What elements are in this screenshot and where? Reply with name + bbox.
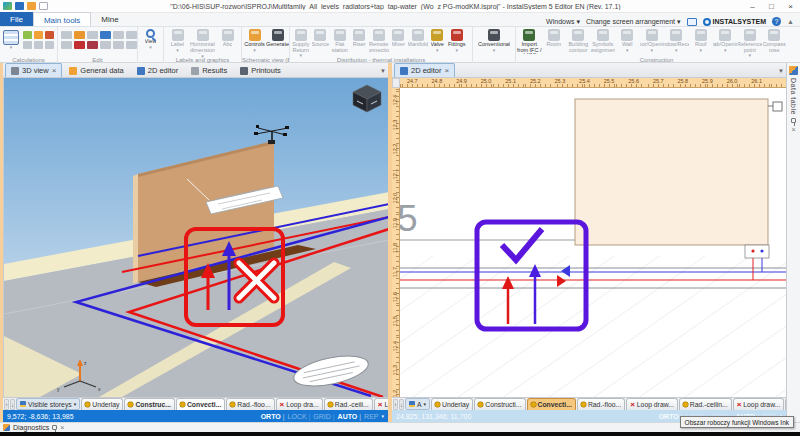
new-document-icon[interactable] [39,2,48,10]
storey-down-icon[interactable]: ↓ [10,399,15,410]
close-tab-icon[interactable]: × [444,67,449,75]
ribbon-item-view[interactable]: View ▾ [139,28,162,49]
ribbon-mini-icon[interactable] [87,41,98,49]
storey-down-icon[interactable]: ↓ [399,399,404,410]
layer-tab[interactable]: Rad.-ceili... [324,398,373,410]
ribbon-item[interactable]: Mixer ▾ [389,28,409,57]
ribbon-mini-icon[interactable] [45,41,54,49]
maximize-button[interactable]: □ [762,0,781,13]
2d-canvas[interactable]: 5 [400,88,786,397]
tab-overflow-icon[interactable]: ▼ [380,68,386,74]
ribbon-item[interactable]: Reference point ▾ [738,28,763,57]
ribbon-item[interactable]: Valve ▾ [428,28,448,57]
layer-tab[interactable]: Rad.-floo... [226,398,274,410]
document-tab[interactable]: General data × [63,63,129,77]
ribbon-item[interactable]: Generate ▾ [266,28,289,52]
ribbon-item[interactable]: Room ▾ [542,28,567,57]
ribbon-mini-icon[interactable] [61,41,72,49]
tab-mine[interactable]: Mine [91,12,128,26]
ribbon-item[interactable]: Label ▾ [165,28,190,58]
ribbon-mini-icon[interactable] [126,31,137,39]
document-tab[interactable]: 3D view × [5,63,62,77]
ribbon-mini-icon[interactable] [113,41,124,49]
layer-tab[interactable]: Constructi... [474,398,525,410]
ribbon-mini-icon[interactable] [126,41,137,49]
ribbon-mini-icon[interactable] [100,31,111,39]
ribbon-item[interactable]: Roof ▾ [689,28,714,57]
ribbon-item[interactable]: Flat station ▾ [330,28,350,57]
ribbon-item[interactable]: Compass rose ▾ [762,28,787,57]
collapse-ribbon-icon[interactable]: ▲ [787,18,794,25]
ribbon-mini-icon[interactable] [74,41,85,49]
snap-toggle[interactable]: LOCK [288,413,311,420]
ribbon-item[interactable]: Window/Recess ▾ [664,28,689,57]
layer-tab[interactable]: Construc... [124,398,175,410]
pin-icon[interactable] [52,425,57,430]
ribbon-mini-icon[interactable] [100,41,111,49]
ribbon-mini-icon[interactable] [113,31,124,39]
ribbon-item[interactable]: Door/Opening ▾ [640,28,665,57]
close-icon[interactable]: × [60,424,64,431]
ribbon-item[interactable]: Fittings ▾ [447,28,467,57]
ribbon-item[interactable]: Remote connection ▾ [369,28,389,57]
snap-toggle[interactable]: REP [364,413,378,420]
snap-toggle[interactable]: GRID [313,413,334,420]
layer-tab[interactable]: Loop dra... [276,398,323,410]
layer-tab[interactable]: Underlay [431,398,473,410]
ribbon-mini-icon[interactable] [87,31,98,39]
save-icon[interactable] [15,2,24,10]
tab-file[interactable]: File [0,12,33,26]
layer-tab[interactable]: Convecti... [176,398,225,410]
ribbon-mini-icon[interactable] [23,31,32,39]
ribbon-item[interactable]: Import from IFC / gbXML file ▾ [517,28,542,57]
layer-tab[interactable]: Underlay [81,398,123,410]
snap-toggle[interactable]: AUTO [338,413,361,420]
layer-tab[interactable]: Rad.-ceilin... [679,398,732,410]
ribbon-item-conventional[interactable]: Conventional ▾ [474,28,514,52]
visible-storeys-selector[interactable]: Visible storeys ▾ [16,398,80,410]
selection-handle[interactable] [773,102,782,111]
ribbon-item[interactable]: Supply Return ▾ [291,28,311,57]
status-menu-icon[interactable]: ▾ [381,413,384,419]
screen-arrangement-menu[interactable]: Change screen arrangement ▾ [586,18,681,26]
ribbon-item[interactable]: Source ▾ [311,28,331,57]
layer-tab[interactable]: Loop draw... [733,398,785,410]
layer-tab[interactable]: Loop draw... [626,398,678,410]
ribbon-mini-icon[interactable] [34,31,43,39]
pin-icon[interactable] [791,118,796,123]
ribbon-item[interactable]: Slab/Opening ▾ [713,28,738,57]
snap-toggle[interactable]: ORTO [261,413,285,420]
monitor-icon[interactable] [687,18,697,26]
minimize-button[interactable]: – [743,0,762,13]
ribbon-item[interactable]: Abc ▾ [215,28,240,58]
close-tab-icon[interactable]: × [52,67,57,75]
document-tab[interactable]: 2D editor × [394,63,455,77]
ribbon-mini-icon[interactable] [23,41,32,49]
windows-menu[interactable]: Windows ▾ [546,18,580,26]
ribbon-item[interactable]: Controls ▾ [243,28,266,52]
layer-tab[interactable]: Loop dra... [374,398,388,410]
connection-box[interactable] [745,245,769,258]
ribbon-mini-icon[interactable] [74,31,85,39]
tab-main-tools[interactable]: Main tools [33,12,91,26]
close-button[interactable]: × [781,0,800,13]
layer-tab[interactable]: Rad.-floo... [577,398,625,410]
3d-viewport[interactable]: zxy [3,78,388,397]
document-tab[interactable]: Printouts × [234,63,287,77]
close-icon[interactable]: × [791,126,795,133]
open-icon[interactable] [27,2,36,10]
tab-overflow-icon[interactable]: ▼ [778,68,784,74]
ribbon-item[interactable]: Wall ▾ [615,28,640,57]
ribbon-item[interactable]: Building contour ▾ [566,28,591,57]
calculations-button[interactable]: ▾ [1,28,21,49]
document-tab[interactable]: 2D editor × [131,63,184,77]
app-icon[interactable] [3,2,12,10]
storey-up-icon[interactable]: ↑ [393,399,398,410]
data-table-tab[interactable]: Data table [790,78,797,115]
ribbon-mini-icon[interactable] [34,41,43,49]
ribbon-mini-icon[interactable] [61,31,72,39]
ribbon-item[interactable]: Symbols assignment ▾ [591,28,616,57]
diagnostics-tab[interactable]: Diagnostics [13,424,49,431]
ribbon-item[interactable]: Horizontal dimension line ▾ [190,28,215,58]
ribbon-mini-icon[interactable] [45,31,54,39]
